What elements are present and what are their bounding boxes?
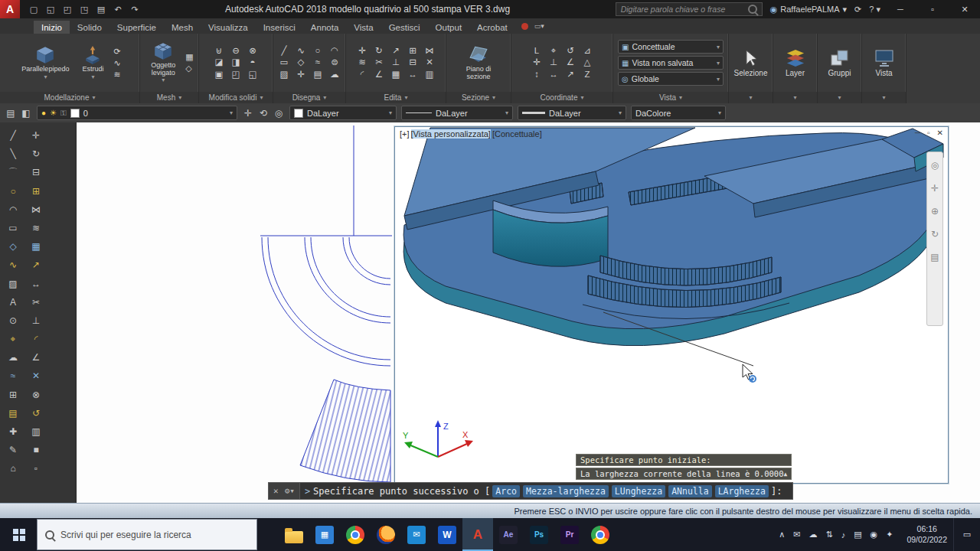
command-close-icon[interactable]: ✕ <box>273 486 279 496</box>
drawing-canvas[interactable]: [+] [Vista personalizzata] [Concettuale]… <box>77 122 980 503</box>
hatch-tool-icon[interactable]: ▨ <box>6 277 20 291</box>
viewport-window[interactable]: [+] [Vista personalizzata] [Concettuale]… <box>394 126 949 484</box>
subtract-icon[interactable]: ⊖ <box>230 47 242 56</box>
start-button[interactable] <box>0 518 37 551</box>
thicken-icon[interactable]: ◨ <box>230 58 242 67</box>
layers-icon[interactable] <box>786 49 805 67</box>
imprint-icon[interactable]: ▣ <box>214 70 225 80</box>
chamfer-tool-icon[interactable]: ∠ <box>29 350 43 364</box>
scale-icon[interactable]: ↗ <box>390 47 402 56</box>
fillet-icon[interactable]: ◜ <box>357 70 368 80</box>
rotate-tool-icon[interactable]: ↻ <box>29 147 43 161</box>
onedrive-icon[interactable]: ☁ <box>808 530 817 540</box>
maximize-button[interactable]: ▫ <box>920 5 945 14</box>
explode-icon[interactable]: ✕ <box>424 58 436 67</box>
showmotion-icon[interactable]: ▤ <box>930 252 939 262</box>
undo-tool-icon[interactable]: ↺ <box>29 406 43 420</box>
extract-edges-icon[interactable]: ◰ <box>230 70 242 80</box>
saveas-icon[interactable]: ◳ <box>77 5 92 15</box>
ucs-object-icon[interactable]: ∠ <box>565 58 577 67</box>
taskbar-clock[interactable]: 06:16 09/02/2022 <box>900 524 953 545</box>
revolve-icon[interactable]: ⟳ <box>113 47 120 56</box>
undo-icon[interactable]: ↶ <box>110 5 126 15</box>
settings-tray-icon[interactable]: ✦ <box>886 530 893 540</box>
table-tool-icon[interactable]: ⊞ <box>6 388 20 402</box>
viewport-plus-control[interactable]: [+] <box>400 129 410 139</box>
point-tool-icon[interactable]: ⌖ <box>6 332 20 346</box>
panel-title-modifica-solidi[interactable]: Modifica solidi▾ <box>199 92 273 103</box>
trim-icon[interactable]: ✂ <box>374 58 385 67</box>
ucs-x-icon[interactable]: ↔ <box>548 70 560 80</box>
command-customize-icon[interactable]: ⚙▾ <box>285 486 295 496</box>
task-view-icon[interactable]: ▤ <box>854 530 861 540</box>
plot-icon[interactable]: ▤ <box>93 5 109 15</box>
isolate-layer-icon[interactable]: ◎ <box>273 108 285 119</box>
tab-vista[interactable]: Vista <box>346 21 381 34</box>
panel-title-modellazione[interactable]: Modellazione▾ <box>0 92 139 103</box>
selection-cursor-icon[interactable] <box>741 49 761 67</box>
interference-icon[interactable]: ◱ <box>247 70 259 80</box>
ucs-z-icon[interactable]: ↗ <box>565 70 577 80</box>
layer-properties-icon[interactable]: ▤ <box>5 108 17 119</box>
move-tool-icon[interactable]: ✛ <box>29 129 43 142</box>
copy-tool-icon[interactable]: ⊞ <box>29 184 43 198</box>
orbit-icon[interactable]: ↻ <box>931 229 939 240</box>
mesh-edit-icon[interactable]: ◇ <box>185 64 193 73</box>
layer-states-icon[interactable]: ◧ <box>20 108 32 119</box>
tray-mail-icon[interactable]: ✉ <box>793 530 800 540</box>
tab-acrobat[interactable]: Acrobat <box>469 21 515 34</box>
polygon-icon[interactable]: ◇ <box>296 58 307 67</box>
polyline-icon[interactable]: ∿ <box>296 47 307 56</box>
copy-icon[interactable]: ⊞ <box>407 47 419 56</box>
panel-title-layer[interactable]: ▾ <box>773 92 817 103</box>
hatch-icon[interactable]: ▨ <box>279 70 290 80</box>
section-plane-button[interactable]: Piano di sezione <box>457 45 500 80</box>
calculator-icon[interactable]: ▦ <box>309 518 340 551</box>
record-icon[interactable] <box>521 23 528 30</box>
stretch-tool-icon[interactable]: ↔ <box>29 277 43 291</box>
trim-tool-icon[interactable]: ✂ <box>29 295 43 309</box>
union-icon[interactable]: ⊎ <box>214 47 225 56</box>
chamfer-icon[interactable]: ∠ <box>374 70 385 80</box>
view-select[interactable]: ▦ Vista non salvata ▾ <box>618 56 724 70</box>
intersect-icon[interactable]: ⊗ <box>247 47 259 56</box>
taskbar-search[interactable]: Scrivi qui per eseguire la ricerca <box>37 519 257 550</box>
layer-previous-icon[interactable]: ⟲ <box>257 108 270 119</box>
ucs-zaxis-icon[interactable]: ⊥ <box>548 58 560 67</box>
linetype-combo[interactable]: DaLayer ▾ <box>401 106 513 120</box>
revcloud-tool-icon[interactable]: ☁ <box>6 350 20 364</box>
explode-tool-icon[interactable]: ✕ <box>29 369 43 383</box>
properties-tool-icon[interactable]: ▫ <box>29 461 43 475</box>
application-menu-button[interactable]: A <box>0 0 20 18</box>
array-icon[interactable]: ▦ <box>390 70 402 80</box>
construction-line-tool-icon[interactable]: ╲ <box>6 147 20 161</box>
stretch-icon[interactable]: ↔ <box>407 70 419 80</box>
extend-tool-icon[interactable]: ⊥ <box>29 314 43 328</box>
viewport-style-control[interactable]: [Concettuale] <box>492 129 542 139</box>
close-button[interactable]: ✕ <box>952 5 977 15</box>
ucs-y-icon[interactable]: ↕ <box>531 70 543 80</box>
ucs-world-icon[interactable]: ✛ <box>531 58 543 67</box>
network-icon[interactable]: ⇅ <box>825 530 832 540</box>
tab-superficie[interactable]: Superficie <box>109 21 164 34</box>
tab-output[interactable]: Output <box>428 21 470 34</box>
tray-expand-icon[interactable]: ∧ <box>779 530 785 540</box>
ucs-3point-icon[interactable]: ⊿ <box>582 47 593 56</box>
spline-tool-icon[interactable]: ◠ <box>6 203 20 217</box>
point-icon[interactable]: ✛ <box>296 70 307 80</box>
fillet-tool-icon[interactable]: ◜ <box>29 332 43 346</box>
minimize-button[interactable]: ─ <box>888 5 913 14</box>
zoom-icon[interactable]: ⊕ <box>931 206 939 217</box>
qnew-icon[interactable]: ▢ <box>26 5 41 15</box>
tab-inizio[interactable]: Inizio <box>34 21 70 34</box>
notification-center-icon[interactable]: ▭ <box>953 518 980 551</box>
region-tool-icon[interactable]: ▤ <box>6 406 20 420</box>
firefox-icon[interactable] <box>371 518 401 551</box>
color-combo[interactable]: DaLayer ▾ <box>289 106 397 120</box>
break-tool-icon[interactable]: ⊗ <box>29 388 43 402</box>
extrude-button[interactable]: Estrudi ▾ <box>76 45 109 80</box>
solid-tool-icon[interactable]: ■ <box>29 443 43 457</box>
panel-title-gruppi[interactable]: ▾ <box>818 92 861 103</box>
plotstyle-combo[interactable]: DaColore ▾ <box>631 106 726 120</box>
command-option[interactable]: LArghezza <box>715 485 769 497</box>
